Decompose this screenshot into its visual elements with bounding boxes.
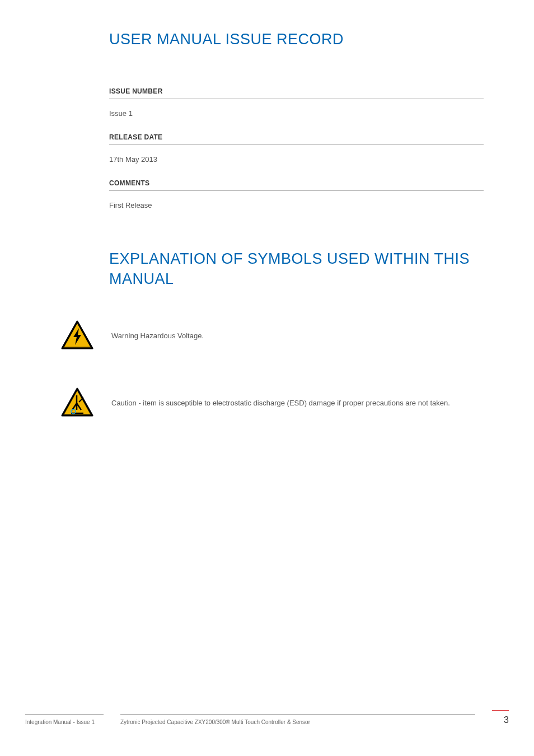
issue-number-label: ISSUE NUMBER [109, 87, 484, 99]
esd-caution-icon [60, 388, 95, 418]
release-date-label: RELEASE DATE [109, 133, 484, 145]
heading-issue-record: USER MANUAL ISSUE RECORD [109, 31, 484, 48]
footer-center: Zytronic Projected Capacitive ZXY200/300… [120, 714, 475, 725]
document-page: USER MANUAL ISSUE RECORD ISSUE NUMBER Is… [0, 0, 534, 756]
esd-caution-text: Caution - item is susceptible to electro… [111, 398, 450, 409]
page-footer: Integration Manual - Issue 1 Zytronic Pr… [25, 710, 509, 725]
symbol-row-esd: Caution - item is susceptible to electro… [60, 388, 484, 418]
heading-symbols-explanation: EXPLANATION OF SYMBOLS USED WITHIN THIS … [109, 249, 484, 290]
symbol-row-hazardous-voltage: Warning Hazardous Voltage. [60, 320, 484, 351]
issue-number-value: Issue 1 [109, 109, 484, 118]
release-date-value: 17th May 2013 [109, 155, 484, 164]
comments-value: First Release [109, 201, 484, 209]
hazardous-voltage-icon [60, 320, 95, 351]
hazardous-voltage-text: Warning Hazardous Voltage. [111, 330, 204, 342]
footer-page-number: 3 [492, 710, 509, 725]
comments-label: COMMENTS [109, 179, 484, 191]
footer-left: Integration Manual - Issue 1 [25, 714, 104, 725]
